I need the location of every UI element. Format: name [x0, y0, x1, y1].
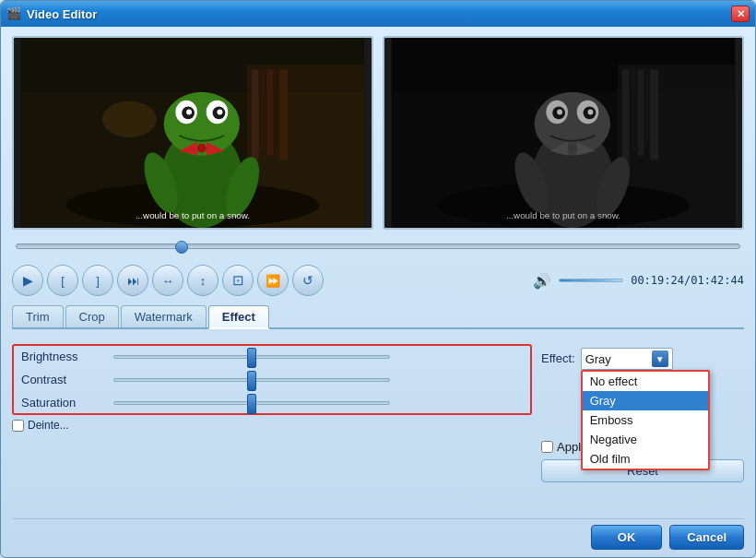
svg-point-17 [217, 109, 222, 114]
title-bar-left: 🎬 Video Editor [6, 6, 97, 21]
left-video: ...would be to put on a snow. [14, 38, 372, 228]
apply-all-checkbox[interactable] [541, 441, 553, 453]
effect-dropdown-container: Gray ▼ No effect Gray Emboss Negative Ol… [581, 348, 673, 370]
tab-trim[interactable]: Trim [12, 305, 64, 327]
video-editor-window: 🎬 Video Editor ✕ [0, 0, 756, 558]
contrast-track[interactable] [113, 378, 390, 382]
contrast-row: Contrast [21, 373, 523, 386]
rotate-button[interactable]: ⊡ [222, 265, 254, 296]
svg-rect-6 [274, 69, 278, 146]
effect-select[interactable]: Gray ▼ [581, 348, 673, 370]
right-video: ...would be to put on a snow. [384, 38, 742, 228]
mark-in-button[interactable]: [ [47, 265, 78, 296]
cancel-button[interactable]: Cancel [669, 525, 744, 550]
effect-dropdown-arrow[interactable]: ▼ [652, 350, 668, 367]
brightness-label: Brightness [21, 350, 104, 363]
bottom-row: Deinte... [12, 415, 532, 432]
app-icon: 🎬 [6, 6, 21, 21]
main-content: ...would be to put on a snow. [1, 27, 755, 557]
left-video-svg: ...would be to put on a snow. [14, 38, 372, 228]
svg-text:...would be to put on a snow.: ...would be to put on a snow. [136, 210, 250, 220]
right-preview: ...would be to put on a snow. [383, 36, 744, 230]
window-title: Video Editor [27, 7, 97, 21]
time-display: 00:19:24/01:42:44 [631, 274, 744, 287]
brightness-track[interactable] [113, 355, 390, 359]
saturation-thumb[interactable] [247, 394, 256, 414]
left-preview: ...would be to put on a snow. [12, 36, 373, 230]
svg-rect-5 [266, 69, 273, 155]
tabs-row: Trim Crop Watermark Effect [12, 305, 744, 329]
volume-area: 🔊 00:19:24/01:42:44 [533, 272, 744, 290]
svg-point-20 [197, 144, 207, 153]
svg-point-42 [587, 109, 593, 114]
close-button[interactable]: ✕ [731, 6, 750, 22]
tab-crop[interactable]: Crop [65, 305, 119, 327]
play-button[interactable]: ▶ [12, 265, 43, 296]
controls-row: ▶ [ ] ⏭ ↔ ↕ ⊡ ⏩ ↺ 🔊 00:19:24/01:42:44 [12, 263, 744, 298]
deinterlace-label: Deinte... [28, 419, 69, 432]
brightness-row: Brightness [21, 350, 523, 363]
svg-rect-30 [637, 69, 644, 155]
svg-rect-4 [261, 69, 266, 150]
right-video-svg: ...would be to put on a snow. [384, 38, 742, 228]
brightness-thumb[interactable] [247, 348, 256, 368]
next-frame-button[interactable]: ⏭ [117, 265, 148, 296]
flip-v-button[interactable]: ↕ [187, 265, 219, 296]
effect-option-old-film[interactable]: Old film [583, 449, 708, 469]
flip-h-button[interactable]: ↔ [152, 265, 183, 296]
deinterlace-area: Deinte... [12, 419, 69, 432]
effect-label: Effect: [541, 348, 575, 365]
svg-rect-32 [650, 69, 658, 160]
svg-rect-31 [644, 69, 648, 146]
progress-bar-area [12, 237, 744, 255]
svg-text:...would be to put on a snow.: ...would be to put on a snow. [506, 210, 620, 220]
rewind-button[interactable]: ↺ [292, 265, 324, 296]
fast-forward-button[interactable]: ⏩ [257, 265, 289, 296]
saturation-track[interactable] [113, 401, 390, 405]
svg-rect-29 [632, 69, 636, 150]
progress-track[interactable] [16, 243, 740, 249]
svg-rect-3 [252, 69, 259, 160]
saturation-label: Saturation [21, 396, 104, 410]
effect-option-negative[interactable]: Negative [583, 430, 708, 449]
tab-effect[interactable]: Effect [208, 305, 269, 329]
effect-option-gray[interactable]: Gray [583, 391, 708, 410]
effect-panel: Brightness Contrast Satura [12, 337, 744, 511]
saturation-row: Saturation [21, 396, 523, 410]
svg-rect-7 [279, 69, 288, 160]
contrast-thumb[interactable] [247, 371, 256, 391]
effect-option-emboss[interactable]: Emboss [583, 410, 708, 430]
mark-out-button[interactable]: ] [82, 265, 113, 296]
volume-icon: 🔊 [533, 272, 551, 290]
volume-track[interactable] [559, 279, 623, 282]
contrast-label: Contrast [21, 373, 104, 386]
svg-rect-28 [622, 69, 630, 160]
progress-thumb[interactable] [175, 241, 188, 254]
svg-point-45 [568, 144, 577, 153]
effect-option-no-effect[interactable]: No effect [583, 372, 708, 391]
deinterlace-checkbox[interactable] [12, 420, 24, 432]
svg-point-16 [186, 109, 192, 114]
effect-selected-value: Gray [585, 352, 652, 366]
title-bar: 🎬 Video Editor ✕ [1, 1, 755, 27]
footer-buttons: OK Cancel [12, 518, 744, 550]
svg-point-41 [557, 109, 562, 114]
effect-dropdown-list: No effect Gray Emboss Negative Old film [581, 370, 710, 470]
svg-point-23 [102, 101, 157, 137]
ok-button[interactable]: OK [591, 525, 663, 550]
preview-area: ...would be to put on a snow. [12, 36, 744, 230]
tab-watermark[interactable]: Watermark [121, 305, 207, 327]
sliders-highlight-box: Brightness Contrast Satura [12, 344, 532, 415]
